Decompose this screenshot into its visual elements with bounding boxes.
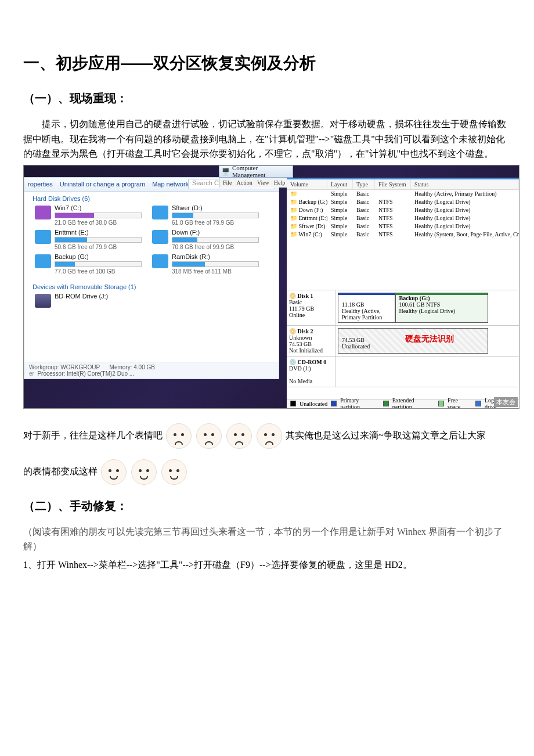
section-1-title: （一）、现场重现： xyxy=(23,91,511,106)
drive-1[interactable]: Sftwer (D:)61.0 GB free of 79.9 GB xyxy=(152,203,262,228)
legend-swatch-unallocated xyxy=(290,401,296,406)
legend-unallocated: Unallocated xyxy=(300,401,327,407)
drive-capacity-bar xyxy=(172,213,259,218)
drive-icon xyxy=(35,254,51,268)
processor-value: Intel(R) Core(TM)2 Duo ... xyxy=(67,370,134,377)
disk-1-row[interactable]: 📀 Disk 1 Basic 111.79 GB Online 11.18 GB… xyxy=(287,290,519,326)
volume-row-0[interactable]: 📁SimpleBasicHealthy (Active, Primary Par… xyxy=(287,190,519,198)
memory-value: 4.00 GB xyxy=(134,364,155,370)
drive-3[interactable]: Down (F:)70.8 GB free of 99.9 GB xyxy=(152,228,262,252)
dvd-icon xyxy=(35,294,51,308)
menu-action[interactable]: Action xyxy=(237,179,252,186)
col-layout[interactable]: Layout xyxy=(327,179,353,189)
toolbar-properties[interactable]: roperties xyxy=(28,181,53,188)
disk-2-partitions: 74.53 GB Unallocated 硬盘无法识别 xyxy=(335,326,519,356)
disk-legend: Unallocated Primary partition Extended p… xyxy=(287,399,519,408)
processor-label: Processor: xyxy=(37,370,65,377)
drive-icon xyxy=(152,230,168,244)
drive-capacity-bar xyxy=(172,237,259,243)
mgmt-body: Volume Layout Type File System Status 📁S… xyxy=(287,178,519,408)
cdrom-row[interactable]: 💿 CD-ROM 0 DVD (J:) No Media xyxy=(287,357,519,387)
removable-storage-header: Devices with Removable Storage (1) xyxy=(24,280,279,291)
section-2-title: （二）、手动修复： xyxy=(23,498,511,514)
emoji-cry-1 xyxy=(226,423,252,449)
legend-swatch-primary xyxy=(331,401,337,406)
volume-row-1[interactable]: 📁 Backup (G:)SimpleBasicNTFSHealthy (Log… xyxy=(287,198,519,206)
toolbar-uninstall[interactable]: Uninstall or change a program xyxy=(60,181,145,188)
legend-extended: Extended partition xyxy=(392,397,435,409)
drive-capacity-bar xyxy=(172,261,259,267)
drive-freespace: 318 MB free of 511 MB xyxy=(172,268,259,275)
drive-freespace: 70.8 GB free of 99.9 GB xyxy=(172,244,259,250)
disk-2-row[interactable]: 📀 Disk 2 Unknown 74.53 GB Not Initialize… xyxy=(287,326,519,357)
drive-2[interactable]: Enttmnt (E:)50.6 GB free of 79.9 GB xyxy=(35,228,145,252)
drive-label: Enttmnt (E:) xyxy=(55,229,142,236)
paragraph-2-line2: 的表情都变成这样 xyxy=(23,455,511,488)
drive-label: Win7 (C:) xyxy=(55,204,142,211)
paragraph-4: 1、打开 Winhex-->菜单栏-->选择"工具"-->打开磁盘（F9）-->… xyxy=(23,557,511,573)
watermark: 本友会 xyxy=(494,397,518,407)
paragraph-2-line1: 对于新手，往往是这样几个表情吧 其实俺也是这么过来滴~争取这篇文章之后让大家 xyxy=(23,419,511,452)
volume-row-2[interactable]: 📁 Down (F:)SimpleBasicNTFSHealthy (Logic… xyxy=(287,206,519,214)
drive-freespace: 21.0 GB free of 38.0 GB xyxy=(55,219,142,226)
volume-table-header: Volume Layout Type File System Status xyxy=(287,179,519,190)
emoji-confused-1 xyxy=(166,423,192,449)
disk-2-label: 📀 Disk 2 Unknown 74.53 GB Not Initialize… xyxy=(287,326,335,356)
disk1-part1[interactable]: 11.18 GB Healthy (Active, Primary Partit… xyxy=(338,293,395,323)
annotation-disk-unreadable: 硬盘无法识别 xyxy=(405,334,454,344)
volume-row-3[interactable]: 📁 Enttmnt (E:)SimpleBasicNTFSHealthy (Lo… xyxy=(287,214,519,222)
system-info-bar: Workgroup: WORKGROUP Memory: 4.00 GB er … xyxy=(24,362,279,379)
mgmt-title-text: Computer Management xyxy=(232,165,290,179)
emoji-happy-2 xyxy=(131,459,157,485)
legend-primary: Primary partition xyxy=(340,397,380,409)
legend-swatch-extended xyxy=(383,401,389,406)
drive-icon xyxy=(152,254,168,268)
disk-1-label: 📀 Disk 1 Basic 111.79 GB Online xyxy=(287,290,335,325)
drive-label: Down (F:) xyxy=(172,229,259,236)
drive-label: RamDisk (R:) xyxy=(172,253,259,260)
menu-file[interactable]: File xyxy=(223,179,232,186)
drive-freespace: 77.0 GB free of 100 GB xyxy=(55,268,142,275)
drive-list: Win7 (C:)21.0 GB free of 38.0 GBSftwer (… xyxy=(24,203,279,280)
paragraph-3: （阅读有困难的朋友可以先读完第三节再回过头来看这一节，本节的另一个作用是让新手对… xyxy=(23,524,511,554)
volume-table-body: 📁SimpleBasicHealthy (Active, Primary Par… xyxy=(287,190,519,239)
cdrom-label: 💿 CD-ROM 0 DVD (J:) No Media xyxy=(287,357,335,387)
col-volume[interactable]: Volume xyxy=(287,179,327,189)
disk1-part2[interactable]: Backup (G:) 100.61 GB NTFS Healthy (Logi… xyxy=(395,293,488,323)
explorer-window: roperties Uninstall or change a program … xyxy=(24,177,279,379)
hard-disk-drives-header: Hard Disk Drives (6) xyxy=(24,192,279,203)
drive-icon xyxy=(35,230,51,244)
volume-row-5[interactable]: 📁 Win7 (C:)SimpleBasicNTFSHealthy (Syste… xyxy=(287,231,519,239)
document-page: 一、初步应用——双分区恢复实例及分析 （一）、现场重现： 提示，切勿随意使用自己… xyxy=(0,0,534,599)
drive-icon xyxy=(35,206,51,219)
mgmt-window-title: 🖥️ Computer Management xyxy=(219,165,293,178)
menu-help[interactable]: Help xyxy=(274,179,285,186)
col-type[interactable]: Type xyxy=(353,179,375,189)
drive-4[interactable]: Backup (G:)77.0 GB free of 100 GB xyxy=(35,252,145,276)
legend-swatch-free xyxy=(438,401,444,406)
col-status[interactable]: Status xyxy=(411,179,519,189)
workgroup-value: WORKGROUP xyxy=(60,364,100,370)
drive-capacity-bar xyxy=(55,237,142,243)
emoji-happy-3 xyxy=(161,459,187,485)
volume-row-4[interactable]: 📁 Sftwer (D:)SimpleBasicNTFSHealthy (Log… xyxy=(287,222,519,231)
para2-text-a: 对于新手，往往是这样几个表情吧 xyxy=(23,430,163,440)
para2-text-c: 的表情都变成这样 xyxy=(23,466,98,476)
bd-rom-drive[interactable]: BD-ROM Drive (J:) xyxy=(35,291,145,316)
col-filesystem[interactable]: File System xyxy=(375,179,411,189)
drive-5[interactable]: RamDisk (R:)318 MB free of 511 MB xyxy=(152,252,262,276)
bd-rom-label: BD-ROM Drive (J:) xyxy=(55,293,108,300)
drive-0[interactable]: Win7 (C:)21.0 GB free of 38.0 GB xyxy=(35,203,145,228)
drive-icon xyxy=(152,206,168,219)
workgroup-label: Workgroup: xyxy=(29,364,59,370)
para2-text-b: 其实俺也是这么过来滴~争取这篇文章之后让大家 xyxy=(286,430,486,440)
removable-list: BD-ROM Drive (J:) xyxy=(24,291,279,319)
drive-capacity-bar xyxy=(55,261,142,267)
memory-label: Memory: xyxy=(110,364,132,370)
emoji-cry-2 xyxy=(257,423,282,449)
paragraph-1: 提示，切勿随意使用自己的硬盘进行试验，切记试验前保存重要数据。对于移动硬盘，损坏… xyxy=(23,117,511,161)
heading-1: 一、初步应用——双分区恢复实例及分析 xyxy=(23,52,511,74)
menu-view[interactable]: View xyxy=(257,179,269,186)
cdrom-partitions xyxy=(335,357,519,387)
disk-1-partitions: 11.18 GB Healthy (Active, Primary Partit… xyxy=(335,290,519,325)
